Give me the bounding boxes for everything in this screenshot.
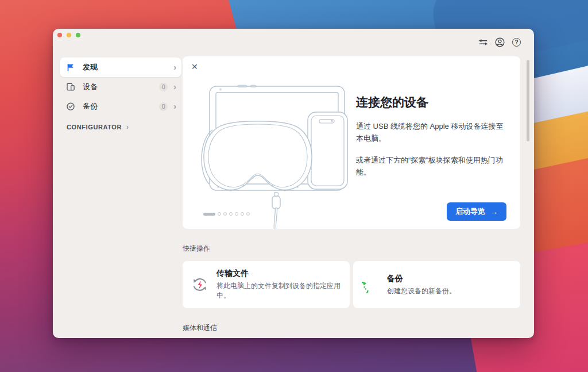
card-title: 传输文件	[216, 269, 350, 279]
welcome-text-block: 连接您的设备 通过 USB 线缆将您的 Apple 移动设备连接至本电脑。 或者…	[355, 56, 520, 178]
section-title-media: 媒体和通信	[183, 323, 520, 333]
sidebar-item-label: 备份	[83, 101, 159, 112]
toolbar: ?	[478, 37, 521, 47]
app-window: ? 发现 › 设备 0 ›	[53, 29, 534, 338]
start-tour-label: 启动导览	[455, 206, 485, 217]
card-text: 传输文件 将此电脑上的文件复制到设备的指定应用中。	[216, 269, 350, 301]
sidebar: 发现 › 设备 0 › 备份 0 ›	[60, 57, 181, 131]
close-window-button[interactable]	[57, 33, 62, 37]
transfer-arrows-icon[interactable]	[478, 37, 488, 47]
carousel-dot[interactable]	[235, 212, 238, 216]
section-title-quick-actions: 快捷操作	[183, 244, 520, 254]
chevron-right-icon: ›	[173, 63, 176, 71]
minimize-window-button[interactable]	[67, 33, 71, 37]
sidebar-item-configurator[interactable]: CONFIGURATOR ›	[67, 124, 181, 131]
card-description: 将此电脑上的文件复制到设备的指定应用中。	[216, 281, 350, 301]
start-tour-button[interactable]: 启动导览 →	[447, 202, 506, 221]
configurator-label: CONFIGURATOR	[67, 124, 122, 131]
chevron-right-icon: ›	[173, 83, 176, 91]
welcome-banner: ✕	[183, 56, 520, 229]
sidebar-item-discover[interactable]: 发现 ›	[60, 57, 181, 77]
sidebar-item-label: 发现	[83, 62, 173, 72]
sidebar-item-backups[interactable]: 备份 0 ›	[60, 97, 181, 116]
flag-icon	[66, 63, 75, 72]
scrollbar-thumb[interactable]	[527, 60, 529, 141]
quick-actions-row: 传输文件 将此电脑上的文件复制到设备的指定应用中。 备份 创建您设备的新备份。	[183, 261, 520, 308]
devices-illustration	[183, 56, 355, 229]
carousel-dot[interactable]	[246, 212, 250, 216]
carousel-dot-active[interactable]	[203, 213, 215, 216]
arrow-right-icon: →	[490, 208, 498, 216]
backups-count-badge: 0	[159, 102, 168, 111]
carousel-dot[interactable]	[241, 212, 244, 216]
backup-card[interactable]: 备份 创建您设备的新备份。	[353, 261, 520, 308]
carousel-dot[interactable]	[229, 212, 233, 216]
help-icon[interactable]: ?	[512, 37, 521, 47]
backup-refresh-icon	[362, 276, 379, 293]
transfer-lightning-icon	[191, 276, 208, 293]
account-icon[interactable]	[495, 37, 505, 47]
carousel-dots	[203, 212, 250, 216]
welcome-title: 连接您的设备	[356, 94, 505, 110]
traffic-lights	[57, 33, 80, 37]
carousel-dot[interactable]	[218, 212, 221, 216]
carousel-dot[interactable]	[223, 212, 227, 216]
welcome-paragraph-2: 或者通过下方的“探索”板块探索和使用热门功能。	[356, 154, 505, 178]
card-text: 备份 创建您设备的新备份。	[387, 274, 456, 296]
help-glyph: ?	[512, 38, 521, 47]
transfer-files-card[interactable]: 传输文件 将此电脑上的文件复制到设备的指定应用中。	[183, 261, 350, 308]
chevron-right-icon: ›	[126, 124, 129, 131]
welcome-paragraph-1: 通过 USB 线缆将您的 Apple 移动设备连接至本电脑。	[356, 120, 505, 144]
devices-count-badge: 0	[159, 83, 168, 91]
main-content: ✕	[183, 56, 520, 338]
card-description: 创建您设备的新备份。	[387, 286, 456, 296]
backup-check-icon	[66, 102, 75, 111]
sidebar-item-devices[interactable]: 设备 0 ›	[60, 77, 181, 97]
chevron-right-icon: ›	[173, 102, 176, 110]
devices-icon	[66, 82, 75, 91]
card-title: 备份	[387, 274, 456, 284]
sidebar-item-label: 设备	[83, 82, 159, 92]
zoom-window-button[interactable]	[76, 33, 80, 37]
